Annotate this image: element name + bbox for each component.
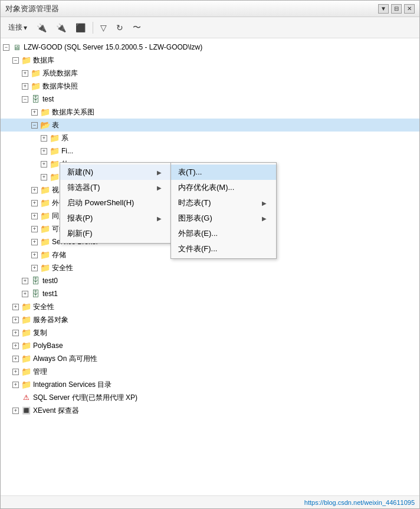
sec-test-folder-icon: 📁: [40, 264, 50, 272]
expand-fi-icon[interactable]: +: [41, 148, 47, 155]
replication-node[interactable]: + 📁 复制: [1, 326, 419, 339]
sysdb-label: 系统数据库: [42, 68, 78, 78]
submenu-ext-table[interactable]: 外部表(E)...: [171, 226, 276, 241]
filter2-icon: 🔌: [56, 23, 66, 32]
connect-label: 连接: [8, 22, 22, 32]
filter-submenu-arrow: ▶: [157, 185, 162, 191]
context-menu-refresh[interactable]: 刷新(F): [60, 226, 171, 241]
refresh-button[interactable]: ↻: [112, 21, 127, 34]
expand-manage-icon[interactable]: +: [12, 369, 19, 375]
submenu-memory-table[interactable]: 内存优化表(M)...: [171, 180, 276, 195]
expand-sb-icon[interactable]: +: [31, 239, 38, 245]
test-db-node[interactable]: − 🗄 test: [1, 93, 419, 106]
submenu-memory-label: 内存优化表(M)...: [178, 182, 234, 193]
sys-folder-icon: 📁: [49, 134, 60, 142]
server-objects-node[interactable]: + 📁 服务器对象: [1, 313, 419, 326]
float-button[interactable]: ⊟: [391, 4, 402, 14]
tree-panel[interactable]: − 🖥 LZW-GOOD (SQL Server 15.0.2000.5 - L…: [1, 38, 419, 495]
expand-diagram-icon[interactable]: +: [31, 109, 38, 116]
test-db-label: test: [42, 95, 54, 103]
context-menu-report[interactable]: 报表(P) ▶: [60, 211, 171, 226]
xevent-node[interactable]: + 🔳 XEvent 探查器: [1, 404, 419, 417]
fi-label: Fi...: [61, 147, 73, 155]
toolbar-icon-btn-1[interactable]: 🔌: [32, 21, 51, 34]
collapse-tables-icon[interactable]: −: [31, 122, 38, 129]
expand-views-icon[interactable]: +: [31, 187, 38, 193]
tables-label: 表: [52, 120, 59, 130]
expand-sysdb-icon[interactable]: +: [22, 70, 28, 77]
submenu-file-label: 文件表(F)...: [178, 244, 217, 254]
activity-icon: 〜: [133, 22, 141, 33]
connect-button[interactable]: 连接 ▾: [4, 21, 31, 34]
submenu-graph[interactable]: 图形表(G) ▶: [171, 211, 276, 226]
pin-button[interactable]: ▼: [378, 4, 389, 14]
security-test-node[interactable]: + 📁 安全性: [1, 261, 419, 274]
expand-syn-icon[interactable]: +: [31, 213, 38, 219]
syn-folder-icon: 📁: [40, 212, 50, 220]
expand-test0-icon[interactable]: +: [22, 278, 28, 284]
tables-node[interactable]: − 📂 表: [1, 119, 419, 132]
expand-rep-icon[interactable]: +: [12, 330, 19, 336]
context-menu-filter[interactable]: 筛选器(T) ▶: [60, 180, 171, 195]
polybase-node[interactable]: + 📁 PolyBase: [1, 339, 419, 352]
filter-button[interactable]: ▽: [96, 21, 111, 34]
root-security-node[interactable]: + 📁 安全性: [1, 300, 419, 313]
expand-ext-icon[interactable]: +: [31, 200, 38, 206]
new-submenu-arrow: ▶: [157, 169, 162, 176]
expand-snapshot-icon[interactable]: +: [22, 83, 28, 90]
collapse-server-icon[interactable]: −: [3, 44, 9, 51]
submenu-table-label: 表(T)...: [178, 167, 202, 178]
toolbar-icon-btn-2[interactable]: 🔌: [52, 21, 70, 34]
manage-node[interactable]: + 📁 管理: [1, 365, 419, 378]
databases-node[interactable]: − 📁 数据库: [1, 54, 419, 67]
integration-node[interactable]: + 📁 Integration Services 目录: [1, 378, 419, 391]
manage-folder-icon: 📁: [21, 367, 31, 376]
test0-node[interactable]: + 🗄 test0: [1, 274, 419, 287]
collapse-test-icon[interactable]: −: [22, 96, 28, 103]
sys-tables-node[interactable]: + 📁 系: [1, 132, 419, 145]
pb-label: PolyBase: [33, 341, 63, 350]
diagram-folder-icon: 📁: [40, 108, 50, 116]
submenu-ext-label: 外部表(E)...: [178, 228, 218, 239]
expand-prog-icon[interactable]: +: [31, 226, 38, 232]
submenu-table[interactable]: 表(T)...: [171, 165, 276, 180]
context-menu-new[interactable]: 新建(N) ▶: [60, 165, 171, 180]
views-folder-icon: 📁: [40, 186, 50, 194]
snapshot-node[interactable]: + 📁 数据库快照: [1, 80, 419, 93]
expand-storage-icon[interactable]: +: [31, 252, 38, 258]
sys-db-node[interactable]: + 📁 系统数据库: [1, 67, 419, 80]
submenu-temporal[interactable]: 时态表(T) ▶: [171, 195, 276, 211]
close-button[interactable]: ✕: [404, 4, 415, 14]
server-icon: 🖥: [11, 43, 22, 51]
context-menu-powershell[interactable]: 启动 PowerShell(H): [60, 195, 171, 211]
databases-label: 数据库: [33, 55, 54, 65]
fi-node[interactable]: + 📁 Fi...: [1, 145, 419, 157]
server-node[interactable]: − 🖥 LZW-GOOD (SQL Server 15.0.2000.5 - L…: [1, 41, 419, 54]
test1-node[interactable]: + 🗄 test1: [1, 287, 419, 300]
submenu-file-table[interactable]: 文件表(F)...: [171, 241, 276, 257]
snapshot-folder-icon: 📁: [30, 82, 41, 90]
expand-is-icon[interactable]: +: [12, 382, 19, 388]
toolbar-icon-btn-3[interactable]: ⬛: [71, 21, 90, 34]
sql-agent-node[interactable]: ⚠ SQL Server 代理(已禁用代理 XP): [1, 391, 419, 404]
context-filter-label: 筛选器(T): [67, 182, 100, 193]
activity-button[interactable]: 〜: [129, 21, 145, 35]
expand-xe-icon[interactable]: +: [12, 408, 19, 414]
diagram-label: 数据库关系图: [52, 107, 94, 117]
db-diagram-node[interactable]: + 📁 数据库关系图: [1, 106, 419, 119]
expand-test1-icon[interactable]: +: [22, 291, 28, 297]
expand-root-sec-icon[interactable]: +: [12, 304, 19, 310]
collapse-db-icon[interactable]: −: [12, 57, 19, 64]
server-label: LZW-GOOD (SQL Server 15.0.2000.5 - LZW-G…: [24, 43, 202, 51]
sys-label: 系: [61, 133, 68, 143]
expand-tu-icon[interactable]: +: [41, 174, 47, 180]
expand-sys-icon[interactable]: +: [41, 135, 47, 142]
expand-ao-icon[interactable]: +: [12, 356, 19, 362]
expand-wai-icon[interactable]: +: [41, 161, 47, 168]
expand-sec-test-icon[interactable]: +: [31, 265, 38, 271]
expand-pb-icon[interactable]: +: [12, 343, 19, 349]
funnel-icon: ▽: [100, 23, 107, 32]
alwayson-node[interactable]: + 📁 Always On 高可用性: [1, 352, 419, 365]
ext-folder-icon: 📁: [40, 199, 50, 207]
expand-so-icon[interactable]: +: [12, 317, 19, 323]
